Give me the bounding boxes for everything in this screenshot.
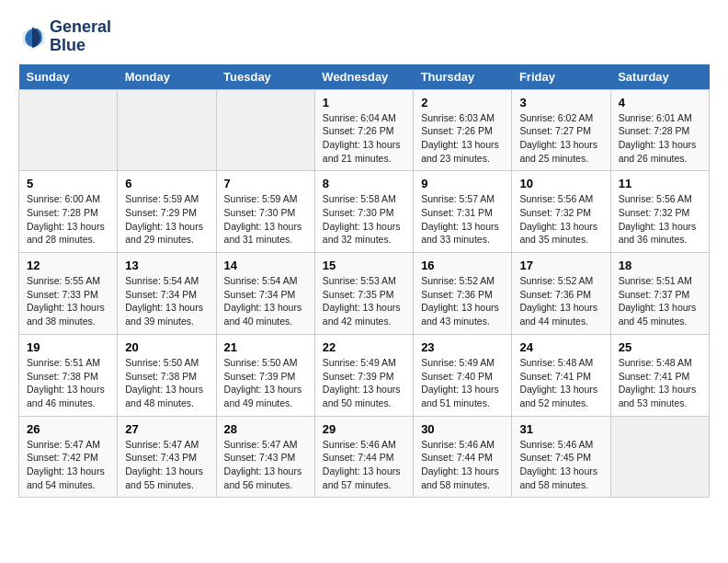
calendar-header: SundayMondayTuesdayWednesdayThursdayFrid… (19, 64, 710, 90)
calendar-cell: 19Sunrise: 5:51 AMSunset: 7:38 PMDayligh… (19, 334, 118, 416)
day-info: Sunrise: 5:49 AMSunset: 7:40 PMDaylight:… (421, 356, 504, 410)
day-info: Sunrise: 5:47 AMSunset: 7:43 PMDaylight:… (224, 438, 307, 492)
day-number: 25 (619, 340, 701, 354)
day-info: Sunrise: 5:59 AMSunset: 7:29 PMDaylight:… (125, 192, 208, 247)
day-number: 10 (519, 177, 602, 190)
day-number: 6 (125, 177, 208, 190)
calendar-week-1: 1Sunrise: 6:04 AMSunset: 7:26 PMDaylight… (19, 89, 710, 171)
day-info: Sunrise: 5:54 AMSunset: 7:34 PMDaylight:… (224, 274, 307, 328)
day-info: Sunrise: 5:48 AMSunset: 7:41 PMDaylight:… (619, 356, 701, 410)
day-number: 20 (125, 340, 208, 354)
day-info: Sunrise: 6:03 AMSunset: 7:26 PMDaylight:… (421, 111, 504, 166)
day-info: Sunrise: 5:56 AMSunset: 7:32 PMDaylight:… (619, 192, 701, 247)
calendar-cell: 7Sunrise: 5:59 AMSunset: 7:30 PMDaylight… (216, 171, 314, 253)
day-number: 30 (421, 422, 504, 436)
day-number: 18 (619, 259, 701, 272)
day-number: 8 (323, 177, 405, 190)
weekday-header-friday: Friday (512, 64, 610, 90)
day-info: Sunrise: 5:51 AMSunset: 7:37 PMDaylight:… (619, 274, 701, 328)
calendar-cell: 31Sunrise: 5:46 AMSunset: 7:45 PMDayligh… (512, 416, 610, 498)
day-info: Sunrise: 5:52 AMSunset: 7:36 PMDaylight:… (421, 274, 504, 328)
weekday-header-saturday: Saturday (610, 64, 709, 90)
calendar-cell: 30Sunrise: 5:46 AMSunset: 7:44 PMDayligh… (414, 416, 512, 498)
day-info: Sunrise: 5:55 AMSunset: 7:33 PMDaylight:… (27, 274, 109, 328)
day-number: 5 (27, 177, 109, 190)
calendar-week-2: 5Sunrise: 6:00 AMSunset: 7:28 PMDaylight… (19, 171, 710, 253)
calendar-cell: 27Sunrise: 5:47 AMSunset: 7:43 PMDayligh… (118, 416, 216, 498)
day-info: Sunrise: 6:04 AMSunset: 7:26 PMDaylight:… (323, 111, 405, 166)
calendar-week-4: 19Sunrise: 5:51 AMSunset: 7:38 PMDayligh… (19, 334, 710, 416)
day-number: 24 (519, 340, 602, 354)
calendar-week-5: 26Sunrise: 5:47 AMSunset: 7:42 PMDayligh… (19, 416, 710, 498)
day-number: 12 (27, 259, 109, 272)
day-number: 4 (619, 96, 701, 109)
calendar-cell: 26Sunrise: 5:47 AMSunset: 7:42 PMDayligh… (19, 416, 118, 498)
calendar-cell: 6Sunrise: 5:59 AMSunset: 7:29 PMDaylight… (118, 171, 216, 253)
calendar-cell (19, 89, 118, 171)
day-number: 31 (519, 422, 602, 436)
calendar-cell: 1Sunrise: 6:04 AMSunset: 7:26 PMDaylight… (314, 89, 413, 171)
calendar-cell: 8Sunrise: 5:58 AMSunset: 7:30 PMDaylight… (314, 171, 413, 253)
day-number: 1 (323, 96, 405, 109)
day-number: 14 (224, 259, 307, 272)
weekday-header-wednesday: Wednesday (314, 64, 413, 90)
calendar-cell (610, 416, 709, 498)
weekday-header-monday: Monday (118, 64, 216, 90)
calendar-cell: 11Sunrise: 5:56 AMSunset: 7:32 PMDayligh… (610, 171, 709, 253)
day-number: 21 (224, 340, 307, 354)
calendar-cell: 24Sunrise: 5:48 AMSunset: 7:41 PMDayligh… (512, 334, 610, 416)
day-info: Sunrise: 5:57 AMSunset: 7:31 PMDaylight:… (421, 192, 504, 247)
calendar-cell: 2Sunrise: 6:03 AMSunset: 7:26 PMDaylight… (414, 89, 512, 171)
calendar-cell: 12Sunrise: 5:55 AMSunset: 7:33 PMDayligh… (19, 253, 118, 335)
day-number: 15 (323, 259, 405, 272)
day-number: 27 (125, 422, 208, 436)
logo-text: General Blue (50, 18, 111, 55)
logo: General Blue (18, 18, 111, 55)
day-info: Sunrise: 5:58 AMSunset: 7:30 PMDaylight:… (323, 192, 405, 247)
calendar-cell: 18Sunrise: 5:51 AMSunset: 7:37 PMDayligh… (610, 253, 709, 335)
day-info: Sunrise: 5:47 AMSunset: 7:42 PMDaylight:… (27, 438, 109, 492)
day-info: Sunrise: 5:50 AMSunset: 7:38 PMDaylight:… (125, 356, 208, 410)
calendar-cell: 9Sunrise: 5:57 AMSunset: 7:31 PMDaylight… (414, 171, 512, 253)
calendar-cell: 22Sunrise: 5:49 AMSunset: 7:39 PMDayligh… (314, 334, 413, 416)
calendar-cell: 28Sunrise: 5:47 AMSunset: 7:43 PMDayligh… (216, 416, 314, 498)
day-info: Sunrise: 5:54 AMSunset: 7:34 PMDaylight:… (125, 274, 208, 328)
day-number: 26 (27, 422, 109, 436)
calendar-cell: 21Sunrise: 5:50 AMSunset: 7:39 PMDayligh… (216, 334, 314, 416)
weekday-header-thursday: Thursday (414, 64, 512, 90)
calendar-cell: 29Sunrise: 5:46 AMSunset: 7:44 PMDayligh… (314, 416, 413, 498)
day-info: Sunrise: 5:59 AMSunset: 7:30 PMDaylight:… (224, 192, 307, 247)
calendar-cell: 10Sunrise: 5:56 AMSunset: 7:32 PMDayligh… (512, 171, 610, 253)
day-info: Sunrise: 5:47 AMSunset: 7:43 PMDaylight:… (125, 438, 208, 492)
calendar-cell (118, 89, 216, 171)
day-info: Sunrise: 5:48 AMSunset: 7:41 PMDaylight:… (519, 356, 602, 410)
day-info: Sunrise: 5:49 AMSunset: 7:39 PMDaylight:… (323, 356, 405, 410)
calendar-cell: 20Sunrise: 5:50 AMSunset: 7:38 PMDayligh… (118, 334, 216, 416)
calendar-table: SundayMondayTuesdayWednesdayThursdayFrid… (18, 64, 710, 499)
day-info: Sunrise: 5:46 AMSunset: 7:45 PMDaylight:… (519, 438, 602, 492)
day-number: 22 (323, 340, 405, 354)
page-header: General Blue (18, 18, 710, 55)
day-info: Sunrise: 5:51 AMSunset: 7:38 PMDaylight:… (27, 356, 109, 410)
day-info: Sunrise: 5:50 AMSunset: 7:39 PMDaylight:… (224, 356, 307, 410)
calendar-cell: 15Sunrise: 5:53 AMSunset: 7:35 PMDayligh… (314, 253, 413, 335)
calendar-cell: 14Sunrise: 5:54 AMSunset: 7:34 PMDayligh… (216, 253, 314, 335)
calendar-cell (216, 89, 314, 171)
day-number: 11 (619, 177, 701, 190)
day-number: 23 (421, 340, 504, 354)
calendar-cell: 16Sunrise: 5:52 AMSunset: 7:36 PMDayligh… (414, 253, 512, 335)
calendar-cell: 3Sunrise: 6:02 AMSunset: 7:27 PMDaylight… (512, 89, 610, 171)
day-number: 17 (519, 259, 602, 272)
day-info: Sunrise: 6:01 AMSunset: 7:28 PMDaylight:… (619, 111, 701, 166)
day-number: 29 (323, 422, 405, 436)
weekday-header-sunday: Sunday (19, 64, 118, 90)
day-info: Sunrise: 5:56 AMSunset: 7:32 PMDaylight:… (519, 192, 602, 247)
day-info: Sunrise: 6:02 AMSunset: 7:27 PMDaylight:… (519, 111, 602, 166)
calendar-cell: 4Sunrise: 6:01 AMSunset: 7:28 PMDaylight… (610, 89, 709, 171)
calendar-week-3: 12Sunrise: 5:55 AMSunset: 7:33 PMDayligh… (19, 253, 710, 335)
calendar-cell: 23Sunrise: 5:49 AMSunset: 7:40 PMDayligh… (414, 334, 512, 416)
day-number: 7 (224, 177, 307, 190)
day-info: Sunrise: 5:53 AMSunset: 7:35 PMDaylight:… (323, 274, 405, 328)
day-number: 28 (224, 422, 307, 436)
weekday-header-tuesday: Tuesday (216, 64, 314, 90)
